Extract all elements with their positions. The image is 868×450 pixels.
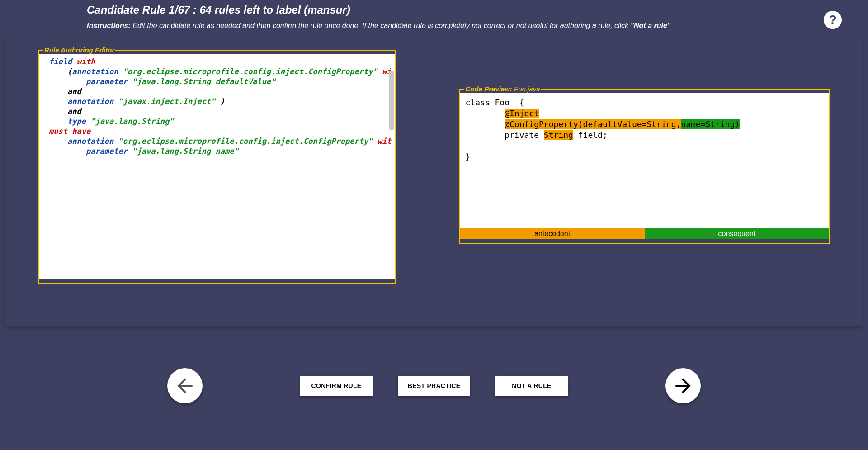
help-glyph: ?	[829, 13, 836, 27]
footer-controls: CONFIRM RULE BEST PRACTICE NOT A RULE	[0, 368, 868, 403]
arrow-right-icon	[672, 374, 694, 397]
preview-legend-bar: antecedent consequent	[460, 228, 829, 239]
rule-editor[interactable]: field with (annotation "org.eclipse.micr…	[39, 54, 395, 279]
editor-scrollbar-thumb[interactable]	[389, 71, 394, 130]
best-practice-button[interactable]: BEST PRACTICE	[398, 376, 470, 396]
code-preview: class Foo { @Inject @ConfigProperty(defa…	[460, 93, 829, 228]
page-title: Candidate Rule 1/67 : 64 rules left to l…	[87, 4, 868, 16]
code-preview-panel: Code Preview: Foo.java class Foo { @Inje…	[459, 85, 830, 244]
help-icon[interactable]: ?	[824, 11, 842, 29]
code-preview-legend: Code Preview: Foo.java	[464, 85, 541, 93]
instructions-not-a-rule: "Not a rule"	[630, 22, 670, 29]
instructions: Instructions: Edit the candidate rule as…	[87, 22, 868, 30]
legend-consequent: consequent	[645, 228, 829, 239]
previous-button[interactable]	[167, 368, 203, 403]
next-button[interactable]	[665, 368, 701, 403]
main-canvas: Rule Authoring Editor field with (annota…	[5, 38, 863, 326]
legend-antecedent: antecedent	[460, 228, 644, 239]
confirm-rule-button[interactable]: CONFIRM RULE	[300, 376, 373, 396]
instructions-label: Instructions:	[87, 22, 131, 29]
instructions-text: Edit the candidate rule as needed and th…	[131, 22, 631, 29]
rule-editor-legend: Rule Authoring Editor	[43, 46, 115, 54]
header: Candidate Rule 1/67 : 64 rules left to l…	[0, 0, 868, 35]
not-a-rule-button[interactable]: NOT A RULE	[495, 376, 568, 396]
arrow-left-icon	[174, 374, 196, 397]
rule-editor-panel: Rule Authoring Editor field with (annota…	[38, 46, 396, 284]
